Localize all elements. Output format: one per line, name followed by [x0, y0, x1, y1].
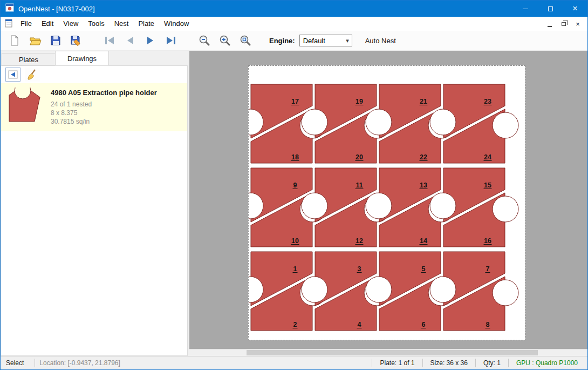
zoom-fit-icon	[239, 34, 252, 47]
zoom-fit-button[interactable]	[238, 32, 253, 49]
menu-tools[interactable]: Tools	[83, 18, 109, 30]
app-icon	[5, 3, 14, 14]
part-number-label: 1	[293, 265, 297, 273]
drawing-size: 8 x 8.375	[51, 109, 157, 117]
part-notch	[493, 112, 518, 138]
part-notch	[366, 277, 392, 302]
first-plate-button[interactable]	[102, 32, 117, 49]
previous-plate-button[interactable]	[122, 32, 138, 49]
status-separator	[508, 359, 509, 367]
part-number-label: 10	[291, 237, 299, 245]
minimize-button[interactable]	[513, 1, 538, 17]
tabstrip: Plates Drawings	[1, 51, 189, 65]
app-window: OpenNest - [N0317-002] × File Edit View …	[0, 0, 588, 370]
open-button[interactable]	[28, 32, 43, 49]
save-button[interactable]	[48, 32, 63, 49]
drawings-panel: 4980 A05 Extraction pipe holder 24 of 1 …	[1, 65, 188, 356]
back-arrow-icon	[8, 70, 18, 79]
previous-arrow-icon	[123, 34, 137, 47]
broom-icon	[26, 68, 39, 81]
maximize-icon	[548, 6, 553, 11]
part-thumbnail	[8, 88, 42, 126]
mdi-minimize-button[interactable]	[544, 19, 555, 29]
part-notch	[302, 109, 327, 135]
mdi-minimize-icon	[548, 26, 552, 27]
plate[interactable]: 171819202122232491011121314151612345678	[248, 65, 525, 340]
maximize-button[interactable]	[538, 1, 563, 17]
mdi-restore-button[interactable]	[558, 19, 569, 29]
menu-edit[interactable]: Edit	[37, 18, 58, 30]
status-plate: Plate: 1 of 1	[377, 359, 418, 367]
part-number-label: 4	[358, 321, 361, 328]
menu-nest[interactable]: Nest	[110, 18, 134, 30]
status-gpu: GPU : Quadro P1000	[513, 359, 587, 367]
part-number-label: 5	[422, 265, 426, 273]
clean-button[interactable]	[25, 68, 40, 82]
back-arrow-button[interactable]	[5, 68, 20, 82]
tab-plates[interactable]: Plates	[2, 53, 56, 65]
first-arrow-icon	[102, 34, 117, 47]
chevron-down-icon: ▾	[343, 37, 352, 44]
part-number-label: 14	[420, 237, 427, 245]
drawing-title: 4980 A05 Extraction pipe holder	[51, 89, 157, 97]
mdi-close-button[interactable]: ×	[572, 19, 583, 29]
zoom-out-button[interactable]	[197, 32, 212, 49]
scrollbar-thumb[interactable]	[247, 350, 538, 355]
nest-canvas-area[interactable]: 171819202122232491011121314151612345678	[189, 51, 587, 356]
next-plate-button[interactable]	[143, 32, 158, 49]
menu-window[interactable]: Window	[159, 18, 194, 30]
engine-dropdown[interactable]: Default ▾	[299, 35, 352, 46]
zoom-in-button[interactable]	[217, 32, 233, 49]
menu-file[interactable]: File	[16, 18, 37, 30]
part-number-label: 19	[355, 98, 363, 105]
new-file-icon	[8, 34, 21, 47]
nest-drawing[interactable]: 171819202122232491011121314151612345678	[249, 66, 525, 340]
close-button[interactable]: ×	[563, 1, 587, 17]
zoom-out-icon	[198, 34, 211, 47]
part-number-label: 16	[484, 237, 491, 245]
status-separator	[35, 359, 35, 367]
window-title: OpenNest - [N0317-002]	[18, 5, 95, 13]
tab-drawings[interactable]: Drawings	[55, 51, 109, 65]
open-folder-icon	[29, 34, 42, 47]
engine-label: Engine:	[269, 37, 295, 45]
minimize-icon	[523, 9, 528, 9]
part-number-label: 12	[355, 237, 363, 245]
auto-nest-button[interactable]: Auto Nest	[365, 37, 396, 45]
part-notch	[493, 280, 518, 306]
drawing-list-item[interactable]: 4980 A05 Extraction pipe holder 24 of 1 …	[1, 83, 187, 131]
status-location: Location: [-0.9437, 21.8796]	[39, 359, 120, 367]
engine-dropdown-value: Default	[303, 37, 325, 45]
part-number-label: 2	[293, 321, 297, 328]
zoom-in-icon	[218, 34, 231, 47]
menubar: File Edit View Tools Nest Plate Window ×	[1, 17, 587, 31]
save-edit-icon	[70, 34, 83, 47]
status-mode: Select	[1, 359, 30, 367]
new-button[interactable]	[7, 32, 22, 49]
status-separator	[475, 359, 476, 367]
part-number-label: 17	[291, 98, 299, 105]
part-number-label: 11	[355, 181, 363, 189]
part-notch	[493, 196, 518, 222]
drawings-subtoolbar	[1, 66, 187, 83]
document-icon	[5, 19, 12, 29]
mdi-restore-icon	[562, 22, 566, 26]
last-plate-button[interactable]	[163, 32, 179, 49]
drawing-nested-count: 24 of 1 nested	[51, 100, 157, 109]
save-as-button[interactable]	[69, 32, 84, 49]
part-notch	[430, 109, 456, 135]
part-number-label: 8	[486, 321, 490, 328]
menu-plate[interactable]: Plate	[133, 18, 159, 30]
drawing-area: 30.7815 sq/in	[51, 117, 157, 126]
mdi-close-icon: ×	[576, 21, 580, 28]
menu-view[interactable]: View	[58, 18, 83, 30]
part-number-label: 23	[484, 98, 491, 105]
horizontal-scrollbar[interactable]	[189, 349, 587, 356]
part-number-label: 7	[486, 265, 490, 273]
last-arrow-icon	[164, 34, 178, 47]
close-icon: ×	[572, 4, 577, 13]
titlebar: OpenNest - [N0317-002] ×	[1, 1, 587, 17]
part-number-label: 21	[420, 98, 427, 105]
part-number-label: 15	[484, 181, 491, 189]
status-qty: Qty: 1	[480, 359, 504, 367]
